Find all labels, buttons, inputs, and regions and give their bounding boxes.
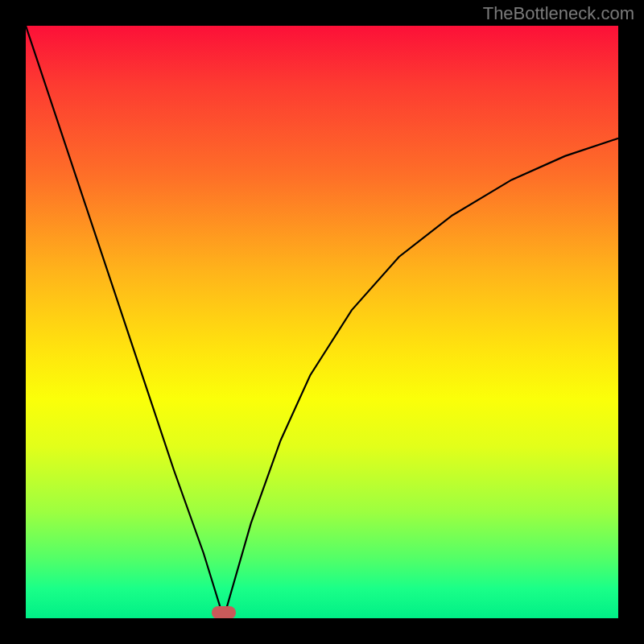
bottleneck-curve-path xyxy=(26,26,618,618)
plot-area xyxy=(26,26,618,618)
optimum-marker xyxy=(212,606,236,618)
watermark-text: TheBottleneck.com xyxy=(483,3,634,24)
curve-svg xyxy=(26,26,618,618)
chart-frame: TheBottleneck.com xyxy=(0,0,644,644)
